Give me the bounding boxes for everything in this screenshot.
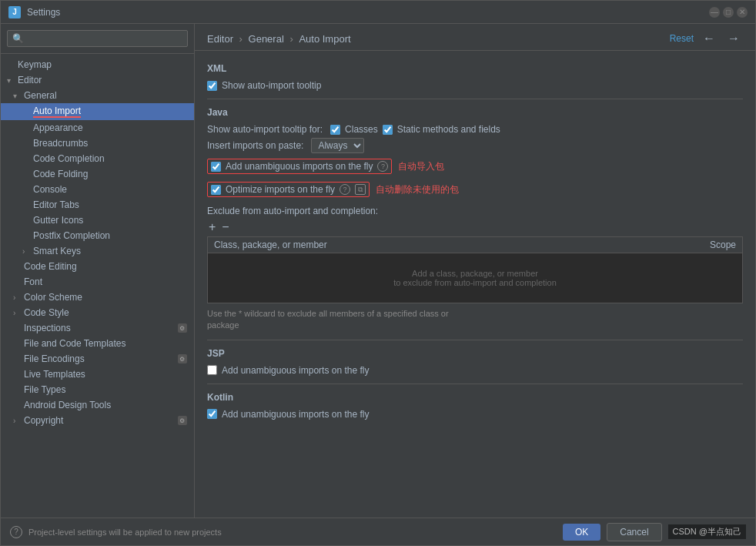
sidebar-item-gutter-icons[interactable]: Gutter Icons xyxy=(1,213,194,228)
kotlin-unambiguous-checkbox[interactable] xyxy=(207,409,217,419)
optimize-help-icon[interactable]: ? xyxy=(340,184,350,195)
arrow-icon: ▾ xyxy=(7,76,15,85)
postfix-completion-label: Postfix Completion xyxy=(33,230,110,241)
sidebar-item-general[interactable]: ▾ General xyxy=(1,88,194,103)
exclude-table: Class, package, or member Scope Add a cl… xyxy=(207,236,743,303)
jsp-unambiguous-checkbox[interactable] xyxy=(207,365,217,375)
sidebar: Keymap ▾ Editor ▾ General Auto Import xyxy=(1,24,195,518)
static-methods-checkbox[interactable] xyxy=(383,125,393,135)
sidebar-item-breadcrumbs[interactable]: Breadcrumbs xyxy=(1,136,194,151)
sidebar-item-code-style[interactable]: › Code Style xyxy=(1,305,194,320)
breadcrumb-part-2: General xyxy=(249,33,284,45)
editor-tabs-label: Editor Tabs xyxy=(33,199,79,210)
sidebar-item-auto-import[interactable]: Auto Import xyxy=(1,103,194,120)
inspections-badge: ⚙ xyxy=(177,323,188,333)
xml-tooltip-checkbox[interactable] xyxy=(207,81,217,91)
svg-text:⚙: ⚙ xyxy=(179,417,185,424)
window-title: Settings xyxy=(27,7,709,18)
help-icon[interactable]: ? xyxy=(377,161,388,172)
settings-window: J Settings — □ ✕ Keymap ▾ Editor xyxy=(0,0,756,546)
copyright-badge: ⚙ xyxy=(177,415,188,426)
insert-imports-dropdown[interactable]: Always Ask Never xyxy=(311,138,364,153)
bottom-help-icon[interactable]: ? xyxy=(10,526,22,538)
sidebar-item-editor-tabs[interactable]: Editor Tabs xyxy=(1,197,194,213)
breadcrumb-part-3: Auto Import xyxy=(299,33,350,45)
static-methods-label: Static methods and fields xyxy=(397,124,500,135)
table-col1: Class, package, or member xyxy=(214,240,327,250)
sidebar-item-console[interactable]: Console xyxy=(1,182,194,197)
sidebar-item-postfix-completion[interactable]: Postfix Completion xyxy=(1,228,194,243)
reset-link[interactable]: Reset xyxy=(670,33,694,44)
bottom-info: Project-level settings will be applied t… xyxy=(28,528,557,537)
kotlin-unambiguous-label[interactable]: Add unambiguous imports on the fly xyxy=(207,409,369,420)
sidebar-item-file-types[interactable]: File Types xyxy=(1,382,194,397)
table-empty-line1: Add a class, package, or member xyxy=(223,269,727,278)
optimize-imports-annotation: 自动删除未使用的包 xyxy=(376,183,459,196)
search-input[interactable] xyxy=(7,30,188,47)
sidebar-item-file-encodings[interactable]: File Encodings ⚙ xyxy=(1,351,194,367)
remove-exclude-button[interactable]: − xyxy=(220,221,230,233)
sidebar-item-code-editing[interactable]: Code Editing xyxy=(1,259,194,274)
main-panel: Editor › General › Auto Import Reset ← →… xyxy=(195,24,755,518)
add-unambiguous-checkbox[interactable] xyxy=(211,162,221,172)
sidebar-item-color-scheme[interactable]: › Color Scheme xyxy=(1,290,194,305)
sidebar-item-file-code-templates[interactable]: File and Code Templates xyxy=(1,336,194,351)
gutter-icons-label: Gutter Icons xyxy=(33,215,83,226)
svg-text:⚙: ⚙ xyxy=(179,325,185,332)
jsp-unambiguous-text: Add unambiguous imports on the fly xyxy=(222,365,369,376)
sidebar-item-copyright[interactable]: › Copyright ⚙ xyxy=(1,413,194,428)
window-controls: — □ ✕ xyxy=(709,7,748,18)
classes-checkbox[interactable] xyxy=(330,125,340,135)
xml-section-header: XML xyxy=(207,63,743,74)
insert-imports-row: Insert imports on paste: Always Ask Neve… xyxy=(207,138,743,153)
general-label: General xyxy=(24,90,57,101)
breadcrumb-sep-2: › xyxy=(289,33,296,45)
forward-button[interactable]: → xyxy=(724,32,743,45)
jsp-unambiguous-label[interactable]: Add unambiguous imports on the fly xyxy=(207,365,369,376)
ok-button[interactable]: OK xyxy=(563,524,600,541)
kotlin-unambiguous-text: Add unambiguous imports on the fly xyxy=(222,409,369,420)
search-box xyxy=(1,24,194,54)
xml-tooltip-label[interactable]: Show auto-import tooltip xyxy=(207,80,321,91)
java-section-header: Java xyxy=(207,107,743,118)
close-button[interactable]: ✕ xyxy=(737,7,748,18)
code-editing-label: Code Editing xyxy=(24,261,77,272)
add-exclude-button[interactable]: + xyxy=(207,221,217,233)
live-templates-label: Live Templates xyxy=(24,369,85,380)
title-bar: J Settings — □ ✕ xyxy=(1,1,755,24)
sidebar-item-font[interactable]: Font xyxy=(1,274,194,290)
table-empty-line2: to exclude from auto-import and completi… xyxy=(223,278,727,287)
xml-tooltip-text: Show auto-import tooltip xyxy=(222,80,321,91)
exclude-section: Exclude from auto-import and completion:… xyxy=(207,206,743,332)
kotlin-unambiguous-row: Add unambiguous imports on the fly xyxy=(207,409,743,420)
maximize-button[interactable]: □ xyxy=(723,7,734,18)
arrow-icon: › xyxy=(22,247,30,256)
sidebar-item-editor[interactable]: ▾ Editor xyxy=(1,72,194,88)
minimize-button[interactable]: — xyxy=(709,7,720,18)
smart-keys-label: Smart Keys xyxy=(33,246,81,256)
keymap-label: Keymap xyxy=(18,59,52,70)
code-style-label: Code Style xyxy=(24,307,69,318)
sidebar-item-appearance[interactable]: Appearance xyxy=(1,120,194,136)
sidebar-item-android-design-tools[interactable]: Android Design Tools xyxy=(1,397,194,413)
copy-icon[interactable]: ⧉ xyxy=(355,184,366,195)
font-label: Font xyxy=(24,276,42,287)
exclude-toolbar: + − xyxy=(207,221,743,233)
file-encodings-badge: ⚙ xyxy=(177,353,188,364)
arrow-icon: › xyxy=(13,293,21,302)
breadcrumbs-label: Breadcrumbs xyxy=(33,138,88,149)
xml-tooltip-row: Show auto-import tooltip xyxy=(207,80,743,91)
editor-label: Editor xyxy=(18,75,42,85)
sidebar-item-keymap[interactable]: Keymap xyxy=(1,57,194,72)
sidebar-item-code-completion[interactable]: Code Completion xyxy=(1,151,194,166)
add-unambiguous-annotation: 自动导入包 xyxy=(398,160,444,173)
back-button[interactable]: ← xyxy=(700,32,718,45)
sidebar-item-live-templates[interactable]: Live Templates xyxy=(1,367,194,382)
optimize-imports-row: Optimize imports on the fly ? ⧉ xyxy=(207,182,370,197)
arrow-icon: ▾ xyxy=(13,92,21,100)
optimize-imports-checkbox[interactable] xyxy=(211,185,221,195)
cancel-button[interactable]: Cancel xyxy=(607,523,661,541)
sidebar-item-code-folding[interactable]: Code Folding xyxy=(1,166,194,182)
sidebar-item-smart-keys[interactable]: › Smart Keys xyxy=(1,243,194,259)
sidebar-item-inspections[interactable]: Inspections ⚙ xyxy=(1,320,194,336)
